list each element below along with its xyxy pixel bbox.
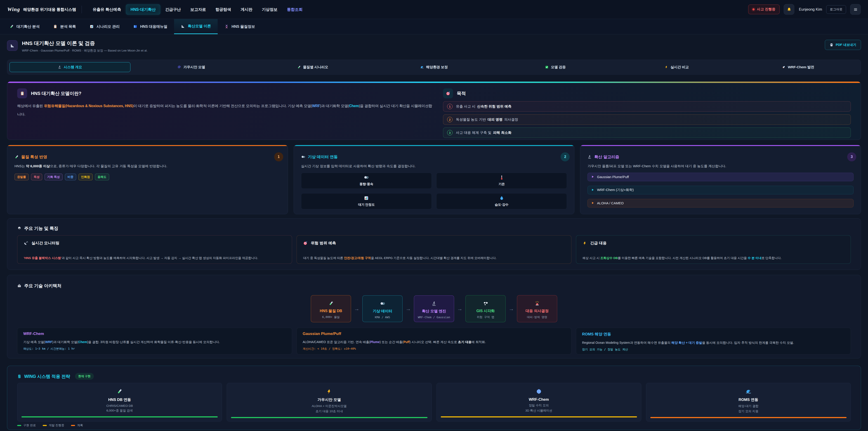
text-segment: 해상 사고 시 <box>583 256 600 260</box>
notification-button[interactable] <box>784 4 794 15</box>
text-segment: HNS는 <box>14 164 26 168</box>
feature-heading-row: 실시간 모니터링 <box>24 241 285 246</box>
incident-dot-icon <box>752 8 754 10</box>
nav-item[interactable]: 게시판 <box>236 4 257 15</box>
main-content: HNS 대기확산 모델 이론 및 검증 WRF-Chem · Gaussian … <box>0 34 868 430</box>
algorithm-row[interactable]: ▶WRF-Chem (기상+화학) <box>587 186 854 194</box>
pillar-title: 확산 알고리즘 <box>594 154 619 160</box>
legend-label: 구현 완료 <box>23 423 36 427</box>
strategy-line1: ALOHA + 이문진박사모델 <box>312 404 347 408</box>
text-segment: )과 대기화학 모델( <box>320 104 349 108</box>
text-segment: 대기 중 독성물질 농도에 따른 <box>303 256 344 260</box>
nav-item[interactable]: 통합조회 <box>282 4 307 15</box>
nav-item[interactable]: 긴급구난 <box>160 4 186 15</box>
purpose-icon-box <box>443 88 453 98</box>
section-tab-icon <box>782 65 785 69</box>
nav-item[interactable]: 기상정보 <box>257 4 282 15</box>
strategy-line1: 해양-대기 결합 <box>738 404 758 408</box>
substance-tag: 인화점 <box>79 174 93 180</box>
section-tab-label: 실시간 비교 <box>671 65 689 70</box>
strategy-heading: WING 시스템 적용 전략 <box>24 373 70 379</box>
feature-title: 긴급 대응 <box>590 241 607 246</box>
subnav-item[interactable]: HNS 대응매뉴얼 <box>126 19 174 34</box>
text-segment: Plume <box>370 340 380 344</box>
subnav-item-icon <box>224 24 229 29</box>
target-icon <box>446 91 451 96</box>
text-segment: 사고 대응 체계 구축 및 <box>456 131 492 134</box>
text-segment: 이 대기로 증발하여 퍼지는 농도를 물리·화학적 이론에 기반해 전산으로 모… <box>133 104 312 108</box>
intro-icon-box <box>17 88 27 98</box>
subnav-item-label: 분석 목록 <box>60 24 76 29</box>
intro-heading-row: HNS 대기확산 모델이란? <box>17 88 433 98</box>
model-cards: WRF-Chem 기상 예측 모델(WRF)과 대기화학 모델(Chem)을 결… <box>17 328 851 355</box>
strategy-progress-bar <box>22 416 218 418</box>
strategy-title: WRF-Chem <box>529 397 549 402</box>
intro-card: HNS 대기확산 모델이란? 해상에서 유출된 위험유해물질(Hazardous… <box>7 82 861 140</box>
subnav-item[interactable]: 대기확산 분석 <box>3 19 46 34</box>
incident-status-badge[interactable]: 사고 진행중 <box>748 4 780 14</box>
section-tab[interactable]: 해양환경 보정 <box>374 62 495 72</box>
text-segment: WRF <box>45 340 52 344</box>
strategy-line1: 정밀 수치 모의 <box>529 403 549 407</box>
pillar-heading-row: 기상 데이터 연동 <box>301 154 567 160</box>
strategy-title: HNS DB 연동 <box>108 397 131 402</box>
nav-item[interactable]: 항공탐색 <box>211 4 236 15</box>
strategy-line2: 장기 모의 지원 <box>739 409 758 413</box>
flow-step-icon <box>329 301 334 306</box>
feature-icon <box>583 241 587 245</box>
text-segment: 안전/경고/위험 구역 <box>344 256 371 260</box>
purpose-heading: 목적 <box>457 90 466 96</box>
section-tab[interactable]: 가우시안 모델 <box>131 62 252 72</box>
text-segment: 약 6,000종 이상 <box>26 164 50 168</box>
model-title: ROMS 해양 연동 <box>582 332 845 337</box>
brand: Wing 해양환경 위기대응 통합시스템 <box>7 6 76 12</box>
feature-body: 'HNS 유출 블랙박스 시스템'과 같이 사고 즉시 확산 방향과 농도를 예… <box>24 256 285 261</box>
droplet-icon <box>499 195 504 201</box>
printer-icon <box>830 43 833 47</box>
logout-button[interactable]: 로그아웃 <box>826 5 846 14</box>
toolbox-icon <box>17 284 22 288</box>
flow-step-subtitle: WRF-Chem / Gaussian <box>418 315 450 319</box>
subnav-item-label: HNS 물질정보 <box>231 24 255 29</box>
menu-button[interactable] <box>850 4 861 15</box>
text-segment: 신속한 위험 범위 예측 <box>477 104 511 108</box>
pdf-export-button[interactable]: PDF 내보내기 <box>825 40 861 50</box>
model-card: ROMS 해양 연동 Regional Ocean Modeling Syste… <box>576 328 851 355</box>
feature-heading-row: 위험 범위 예측 <box>303 241 565 246</box>
model-body: Regional Ocean Modeling System과 연동하여 해수면… <box>582 340 845 345</box>
strategy-card: 가우시안 모델 ALOHA + 이문진박사모델 초기 대응 10초 이내 <box>227 383 432 422</box>
legend-item: 개발 진행중 <box>43 423 64 427</box>
section-tab[interactable]: 물질별 시나리오 <box>252 62 373 72</box>
section-tab-label: WRF-Chem 발전 <box>788 65 814 70</box>
section-tab[interactable]: 시스템 개요 <box>9 62 130 72</box>
triangle-ruler-icon <box>10 43 15 48</box>
substance-tag: 비중 <box>65 174 76 180</box>
strategy-title: ROMS 연동 <box>739 397 758 402</box>
text-segment: 을 AEGL·ERPG 기준으로 자동 설정합니다. 시간대별 확산 경계를 지… <box>371 256 497 260</box>
nav-item[interactable]: 보고자료 <box>186 4 211 15</box>
section-tab[interactable]: 모델 검증 <box>495 62 616 72</box>
algorithm-row[interactable]: ▶ALOHA / CAMEO <box>587 199 854 208</box>
wind-icon <box>364 175 369 180</box>
subnav-item-label: 시나리오 관리 <box>96 24 120 29</box>
algorithm-label: Gaussian Plume/Puff <box>597 175 629 179</box>
page-icon <box>7 40 18 51</box>
subnav-item[interactable]: 시나리오 관리 <box>83 19 126 34</box>
subnav-item-icon <box>133 24 137 29</box>
subnav-item[interactable]: 분석 목록 <box>46 19 83 34</box>
nav-item[interactable]: 유출유 확산예측 <box>88 4 126 15</box>
clipboard-icon <box>20 91 25 96</box>
pillar-heading-row: 확산 알고리즘 <box>587 154 854 160</box>
feature-title: 위험 범위 예측 <box>311 241 336 246</box>
section-tab[interactable]: 실시간 비교 <box>616 62 737 72</box>
strategy-line2: 초기 대응 10초 이내 <box>315 409 343 413</box>
nav-item[interactable]: HNS·대기확산 <box>126 4 160 15</box>
hamburger-icon <box>853 7 858 12</box>
section-tab[interactable]: WRF-Chem 발전 <box>738 62 859 72</box>
subnav-item[interactable]: HNS 물질정보 <box>218 19 262 34</box>
strategy-card: HNS DB 연동 CHRIS/CAMEO DB 6,000+종 물질 검색 <box>17 383 222 422</box>
algorithm-row[interactable]: ▶Gaussian Plume/Puff <box>587 173 854 181</box>
text-segment: 초기 대응 <box>458 340 471 344</box>
subnav-item[interactable]: 확산모델 이론 <box>174 19 218 34</box>
pillar-number-badge: 3 <box>847 152 856 161</box>
